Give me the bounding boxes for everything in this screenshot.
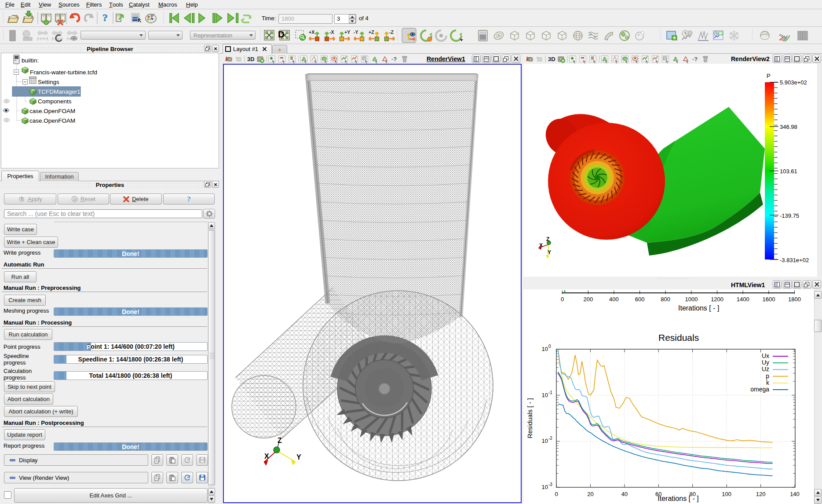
svg-text:10: 10: [542, 438, 548, 444]
svg-text:800: 800: [661, 296, 670, 303]
svg-text:-Z: -Z: [389, 29, 394, 35]
svg-text:omega: omega: [750, 386, 769, 393]
svg-text:+Z: +Z: [369, 29, 374, 35]
svg-text:10: 10: [542, 392, 548, 398]
svg-text:Components: Components: [38, 98, 72, 105]
svg-text:200: 200: [583, 296, 593, 303]
svg-text:Settings: Settings: [38, 79, 59, 85]
svg-text:Y: Y: [548, 249, 551, 256]
svg-text:0: 0: [561, 296, 564, 303]
svg-text:p: p: [766, 373, 769, 380]
svg-text:-3.831e+02: -3.831e+02: [780, 257, 809, 263]
svg-text:10: 10: [542, 346, 548, 352]
svg-text:-1: -1: [548, 390, 552, 395]
svg-text:20: 20: [587, 491, 593, 497]
svg-text:400: 400: [609, 296, 619, 303]
svg-text:Uy: Uy: [762, 359, 769, 366]
svg-text:Z: Z: [278, 437, 282, 444]
svg-text:40: 40: [621, 491, 628, 497]
svg-text:?: ?: [102, 12, 108, 23]
svg-text:·?: ·?: [692, 56, 698, 62]
svg-text:+Y: +Y: [344, 29, 350, 35]
svg-text:100: 100: [722, 491, 731, 497]
svg-text:X: X: [539, 242, 543, 248]
svg-text:case.OpenFOAM: case.OpenFOAM: [29, 117, 75, 124]
svg-text:-Y: -Y: [354, 29, 358, 35]
svg-text:-2: -2: [548, 436, 552, 441]
svg-text:1600: 1600: [762, 296, 775, 303]
svg-text:builtin:: builtin:: [22, 57, 39, 64]
svg-text:Iterations [ - ]: Iterations [ - ]: [678, 304, 719, 312]
svg-text:120: 120: [756, 491, 766, 497]
svg-text:Ux: Ux: [762, 352, 769, 359]
svg-text:+X: +X: [309, 29, 314, 35]
svg-text:-139.75: -139.75: [780, 212, 799, 219]
svg-text:Uz: Uz: [762, 365, 769, 373]
svg-text:P: P: [767, 73, 771, 79]
svg-text:X: X: [264, 453, 269, 460]
svg-text:3D: 3D: [247, 56, 255, 62]
svg-text:Iterations [ - ]: Iterations [ - ]: [658, 495, 698, 502]
svg-text:5.903e+02: 5.903e+02: [780, 79, 807, 86]
svg-text:0: 0: [555, 491, 558, 497]
svg-text:140: 140: [790, 491, 800, 497]
svg-text:Residuals: Residuals: [658, 332, 699, 343]
svg-text:1000: 1000: [685, 296, 698, 303]
svg-text:D: D: [278, 29, 284, 39]
svg-text:103.61: 103.61: [780, 168, 797, 175]
svg-text:1400: 1400: [737, 296, 749, 303]
svg-text:·?: ·?: [391, 56, 397, 62]
svg-text:TCFDManager1: TCFDManager1: [38, 88, 80, 95]
svg-text:-X: -X: [329, 29, 334, 35]
svg-text:Francis-water-turbine.tcfd: Francis-water-turbine.tcfd: [30, 69, 97, 76]
svg-text:0: 0: [548, 344, 551, 349]
svg-text:346.98: 346.98: [780, 124, 797, 130]
svg-text:10: 10: [542, 484, 548, 490]
svg-text:case.OpenFOAM: case.OpenFOAM: [29, 108, 75, 114]
svg-text:Y: Y: [296, 453, 301, 461]
svg-text:1800: 1800: [788, 296, 801, 303]
svg-text:k: k: [766, 379, 770, 386]
svg-text:Residuals [ - ]: Residuals [ - ]: [526, 398, 533, 438]
svg-text:Z: Z: [546, 236, 549, 242]
svg-text:600: 600: [635, 296, 645, 303]
svg-text:1200: 1200: [711, 296, 723, 303]
svg-text:-3: -3: [548, 482, 552, 487]
svg-text:3D: 3D: [548, 56, 555, 62]
